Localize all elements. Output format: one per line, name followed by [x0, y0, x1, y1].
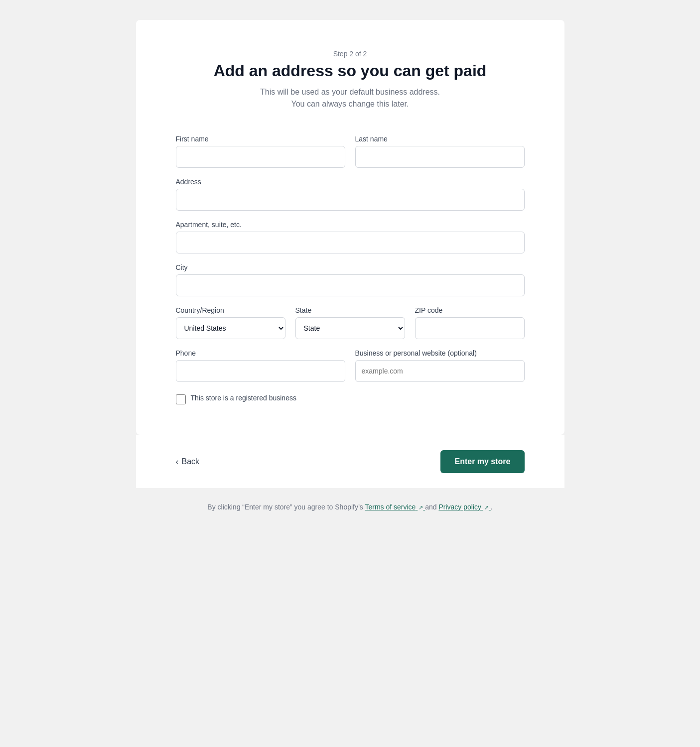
- first-name-label: First name: [176, 135, 345, 143]
- city-group: City: [176, 263, 525, 296]
- last-name-group: Last name: [355, 135, 525, 168]
- back-button[interactable]: ‹ Back: [176, 453, 200, 471]
- first-name-input[interactable]: [176, 146, 345, 168]
- privacy-policy-link[interactable]: Privacy policy ↗: [438, 503, 490, 511]
- city-input[interactable]: [176, 274, 525, 296]
- country-label: Country/Region: [176, 306, 285, 314]
- zip-input[interactable]: [415, 317, 525, 339]
- registered-business-checkbox[interactable]: [176, 394, 186, 404]
- back-label: Back: [182, 457, 200, 466]
- city-label: City: [176, 263, 525, 271]
- step-label: Step 2 of 2: [176, 50, 525, 58]
- phone-label: Phone: [176, 349, 345, 357]
- phone-website-row: Phone Business or personal website (opti…: [176, 349, 525, 382]
- tos-footer: By clicking “Enter my store” you agree t…: [207, 503, 492, 511]
- city-row: City: [176, 263, 525, 296]
- registered-business-label[interactable]: This store is a registered business: [191, 394, 296, 402]
- apt-group: Apartment, suite, etc.: [176, 221, 525, 253]
- country-select[interactable]: United States Canada United Kingdom Aust…: [176, 317, 285, 339]
- subtitle-line2: You can always change this later.: [291, 100, 409, 108]
- state-select[interactable]: State Alabama Alaska Arizona Arkansas Ca…: [295, 317, 405, 339]
- address-form: First name Last name Address Apartment, …: [176, 135, 525, 405]
- phone-group: Phone: [176, 349, 345, 382]
- privacy-label: Privacy policy: [438, 503, 481, 511]
- address-label: Address: [176, 178, 525, 186]
- header: Step 2 of 2 Add an address so you can ge…: [176, 50, 525, 110]
- address-group: Address: [176, 178, 525, 211]
- subtitle-line1: This will be used as your default busine…: [260, 88, 440, 96]
- state-label: State: [295, 306, 405, 314]
- name-row: First name Last name: [176, 135, 525, 168]
- apt-row: Apartment, suite, etc.: [176, 221, 525, 253]
- website-input[interactable]: [355, 360, 525, 382]
- last-name-label: Last name: [355, 135, 525, 143]
- address-input[interactable]: [176, 189, 525, 211]
- state-group: State State Alabama Alaska Arizona Arkan…: [295, 306, 405, 339]
- apt-input[interactable]: [176, 232, 525, 253]
- apt-label: Apartment, suite, etc.: [176, 221, 525, 229]
- external-link-icon-2: ↗: [484, 504, 489, 511]
- enter-store-button[interactable]: Enter my store: [440, 450, 524, 473]
- tos-prefix: By clicking “Enter my store” you agree t…: [207, 503, 363, 511]
- terms-of-service-link[interactable]: Terms of service ↗: [365, 503, 425, 511]
- chevron-left-icon: ‹: [176, 457, 179, 467]
- country-state-zip-row: Country/Region United States Canada Unit…: [176, 306, 525, 339]
- tos-and: and: [425, 503, 436, 511]
- country-group: Country/Region United States Canada Unit…: [176, 306, 285, 339]
- main-card: Step 2 of 2 Add an address so you can ge…: [136, 20, 564, 435]
- address-row: Address: [176, 178, 525, 211]
- phone-input[interactable]: [176, 360, 345, 382]
- website-label: Business or personal website (optional): [355, 349, 525, 357]
- footer-bar: ‹ Back Enter my store: [136, 435, 564, 488]
- tos-suffix: .: [491, 503, 493, 511]
- external-link-icon: ↗: [419, 504, 423, 511]
- subtitle: This will be used as your default busine…: [176, 86, 525, 110]
- last-name-input[interactable]: [355, 146, 525, 168]
- website-group: Business or personal website (optional): [355, 349, 525, 382]
- zip-group: ZIP code: [415, 306, 525, 339]
- page-title: Add an address so you can get paid: [176, 62, 525, 80]
- zip-label: ZIP code: [415, 306, 525, 314]
- terms-label: Terms of service: [365, 503, 416, 511]
- first-name-group: First name: [176, 135, 345, 168]
- registered-business-row: This store is a registered business: [176, 394, 525, 405]
